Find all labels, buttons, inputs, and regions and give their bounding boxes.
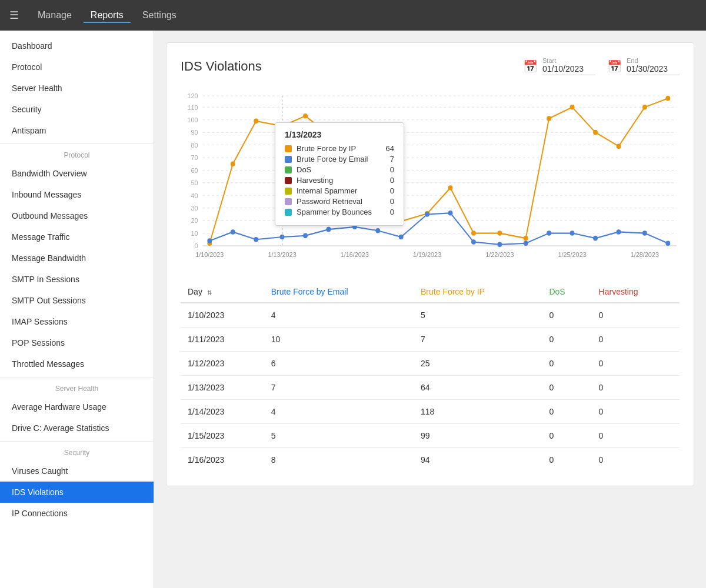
svg-point-58: [326, 227, 331, 232]
nav-manage[interactable]: Manage: [31, 8, 79, 23]
svg-text:1/16/2023: 1/16/2023: [341, 251, 369, 258]
sidebar-item-ids[interactable]: IDS Violations: [0, 482, 154, 503]
svg-point-47: [547, 116, 551, 121]
tooltip-value: 0: [382, 208, 394, 216]
sidebar-item-viruses[interactable]: Viruses Caught: [0, 460, 154, 482]
cell-email: 8: [264, 448, 414, 472]
sidebar-item-pop[interactable]: POP Sessions: [0, 332, 154, 353]
tooltip-row: Harvesting 0: [285, 176, 394, 185]
svg-text:60: 60: [191, 166, 198, 173]
svg-point-43: [448, 185, 453, 191]
section-label-protocol: Protocol: [0, 143, 154, 163]
col-header-ip: Brute Force by IP: [414, 281, 542, 303]
sidebar-item-dashboard[interactable]: Dashboard: [0, 35, 154, 56]
svg-point-53: [207, 238, 212, 243]
sidebar-item-smtp-out[interactable]: SMTP Out Sessions: [0, 290, 154, 311]
table-header-row: Day ⇅ Brute Force by Email Brute Force b…: [181, 281, 680, 303]
cell-harvesting: 0: [592, 400, 680, 424]
sidebar-item-drive-c[interactable]: Drive C: Average Statistics: [0, 417, 154, 439]
cell-dos: 0: [542, 328, 591, 352]
table-header: Day ⇅ Brute Force by Email Brute Force b…: [181, 281, 680, 303]
tooltip-row: Brute Force by IP 64: [285, 144, 394, 153]
report-header: IDS Violations 📅 Start 01/10/2023 📅 End: [181, 57, 680, 75]
sidebar-item-server-health[interactable]: Server Health: [0, 78, 154, 99]
sidebar-item-bandwidth-overview[interactable]: Bandwidth Overview: [0, 163, 154, 184]
tooltip-value: 0: [382, 197, 394, 206]
hamburger-icon[interactable]: ☰: [9, 9, 19, 22]
table-row: 1/12/2023 6 25 0 0: [181, 352, 680, 376]
svg-text:1/28/2023: 1/28/2023: [631, 251, 659, 258]
tooltip-value: 7: [382, 155, 394, 163]
svg-point-70: [617, 229, 621, 235]
chart-tooltip: 1/13/2023 Brute Force by IP 64 Brute For…: [275, 122, 404, 226]
sidebar-item-message-bandwidth[interactable]: Message Bandwidth: [0, 248, 154, 269]
svg-point-71: [642, 230, 647, 236]
report-title: IDS Violations: [181, 59, 523, 74]
sidebar-item-ip-connections[interactable]: IP Connections: [0, 503, 154, 524]
cell-day: 1/16/2023: [181, 448, 264, 472]
svg-text:70: 70: [191, 154, 198, 161]
table-row: 1/15/2023 5 99 0 0: [181, 424, 680, 448]
svg-text:120: 120: [188, 92, 198, 99]
sidebar-item-avg-hardware[interactable]: Average Hardware Usage: [0, 396, 154, 417]
svg-point-64: [471, 239, 476, 245]
svg-point-67: [547, 230, 551, 236]
cell-dos: 0: [542, 303, 591, 328]
cell-dos: 0: [542, 400, 591, 424]
end-calendar-icon[interactable]: 📅: [607, 59, 622, 74]
svg-point-63: [448, 211, 453, 216]
cell-ip: 94: [414, 448, 542, 472]
section-label-security: Security: [0, 441, 154, 460]
chart-container: 120 110 100 90 80 70 60 50 40: [181, 87, 680, 263]
tooltip-color-swatch: [285, 209, 292, 216]
svg-point-60: [375, 228, 380, 233]
sidebar-item-protocol[interactable]: Protocol: [0, 56, 154, 78]
table-row: 1/14/2023 4 118 0 0: [181, 400, 680, 424]
start-date-value[interactable]: 01/10/2023: [542, 64, 595, 75]
tooltip-label: Brute Force by IP: [297, 144, 382, 153]
cell-ip: 7: [414, 328, 542, 352]
cell-dos: 0: [542, 352, 591, 376]
sidebar-item-smtp-in[interactable]: SMTP In Sessions: [0, 269, 154, 290]
cell-email: 10: [264, 328, 414, 352]
cell-harvesting: 0: [592, 424, 680, 448]
sidebar-item-antispam[interactable]: Antispam: [0, 120, 154, 141]
tooltip-label: Spammer by Bounces: [297, 208, 382, 216]
cell-day: 1/14/2023: [181, 400, 264, 424]
sidebar-item-inbound-messages[interactable]: Inbound Messages: [0, 184, 154, 205]
svg-text:20: 20: [191, 217, 198, 224]
cell-email: 7: [264, 376, 414, 400]
sidebar-item-message-traffic[interactable]: Message Traffic: [0, 226, 154, 248]
svg-point-69: [593, 236, 598, 241]
svg-text:30: 30: [191, 205, 198, 212]
cell-email: 5: [264, 424, 414, 448]
sidebar-item-imap[interactable]: IMAP Sessions: [0, 311, 154, 332]
svg-point-62: [425, 212, 429, 217]
cell-harvesting: 0: [592, 303, 680, 328]
tooltip-row: Spammer by Bounces 0: [285, 208, 394, 216]
nav-reports[interactable]: Reports: [84, 8, 131, 23]
svg-point-44: [471, 230, 476, 236]
tooltip-row: DoS 0: [285, 165, 394, 174]
sidebar-item-throttled[interactable]: Throttled Messages: [0, 353, 154, 375]
end-date-value[interactable]: 01/30/2023: [627, 64, 680, 75]
nav-settings[interactable]: Settings: [135, 8, 184, 23]
svg-text:110: 110: [188, 103, 198, 111]
start-calendar-icon[interactable]: 📅: [523, 59, 538, 74]
tooltip-color-swatch: [285, 188, 292, 195]
end-label: End: [627, 57, 680, 64]
sidebar-item-outbound-messages[interactable]: Outbound Messages: [0, 205, 154, 226]
col-header-harvesting: Harvesting: [592, 281, 680, 303]
cell-dos: 0: [542, 424, 591, 448]
date-controls: 📅 Start 01/10/2023 📅 End 01/30/2023: [523, 57, 680, 75]
col-header-day[interactable]: Day ⇅: [181, 281, 264, 303]
table-row: 1/10/2023 4 5 0 0: [181, 303, 680, 328]
tooltip-date: 1/13/2023: [285, 130, 394, 139]
table-row: 1/16/2023 8 94 0 0: [181, 448, 680, 472]
svg-text:1/19/2023: 1/19/2023: [413, 251, 441, 258]
col-header-dos: DoS: [542, 281, 591, 303]
sort-icon: ⇅: [207, 289, 212, 296]
sidebar-item-security[interactable]: Security: [0, 99, 154, 120]
tooltip-value: 0: [382, 176, 394, 185]
tooltip-label: DoS: [297, 165, 382, 174]
